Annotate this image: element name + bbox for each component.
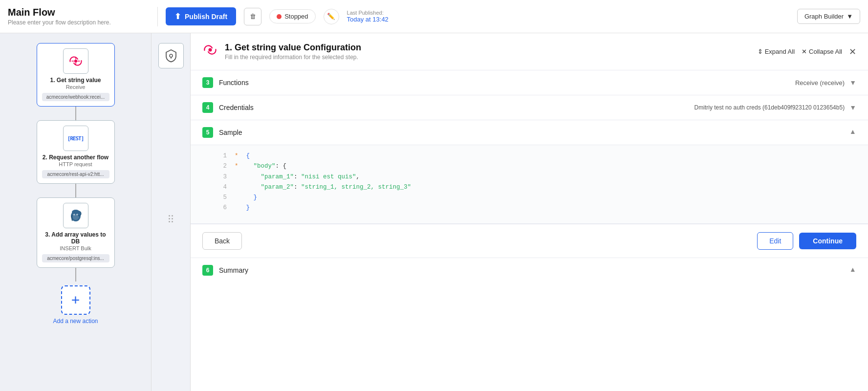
- connector-1: [75, 107, 76, 120]
- flow-title: Main Flow: [8, 7, 150, 18]
- svg-point-4: [72, 210, 80, 215]
- svg-point-11: [209, 48, 212, 52]
- line-code-5: }: [246, 193, 258, 203]
- status-label: Stopped: [284, 13, 308, 20]
- code-line-3: 3 * "param_1": "nisi est quis",: [220, 172, 856, 182]
- code-line-5: 5 * }: [220, 193, 856, 203]
- credentials-num: 4: [202, 102, 213, 113]
- flow-title-block: Main Flow Please enter your flow descrip…: [8, 7, 150, 26]
- shield-icon: [158, 43, 184, 68]
- line-code-6: }: [246, 203, 250, 213]
- credentials-label: Credentials: [219, 104, 694, 111]
- sample-chevron-icon: ▼: [849, 129, 856, 136]
- collapse-all-button[interactable]: ✕ Collapse All: [802, 48, 842, 55]
- add-action-area: + Add a new action: [53, 282, 98, 325]
- config-title: 1. Get string value Configuration: [225, 43, 751, 53]
- publish-draft-button[interactable]: ⬆ Publish Draft: [166, 7, 236, 25]
- last-published-block: Last Published: Today at 13:42: [347, 10, 389, 23]
- last-published-time: Today at 13:42: [347, 16, 389, 23]
- node-name-2: 2. Request another flow: [42, 154, 109, 161]
- node-icon-rest: [REST]: [63, 126, 88, 151]
- line-num-5: 5: [220, 193, 227, 203]
- sample-section-header[interactable]: 5 Sample ▼: [191, 120, 868, 145]
- functions-value: Receive (receive): [795, 79, 845, 87]
- functions-chevron-icon: ▼: [849, 79, 856, 87]
- collapse-x-icon: ✕: [802, 48, 807, 55]
- collapse-all-label: Collapse All: [809, 48, 842, 55]
- expand-all-button[interactable]: ⇕ Expand All: [758, 48, 795, 55]
- add-new-action-button[interactable]: +: [61, 285, 90, 315]
- plus-icon: +: [71, 293, 80, 307]
- flow-description: Please enter your flow description here.: [8, 19, 150, 26]
- summary-label: Summary: [219, 266, 849, 274]
- continue-button[interactable]: Continue: [799, 233, 856, 249]
- graph-builder-button[interactable]: Graph Builder ▼: [797, 9, 860, 24]
- functions-num: 3: [202, 77, 213, 88]
- line-num-1: 1: [220, 151, 227, 161]
- config-title-block: 1. Get string value Configuration Fill i…: [225, 43, 751, 61]
- summary-num: 6: [202, 265, 213, 276]
- credentials-value: Dmitriy test no auth creds (61deb409f923…: [694, 104, 845, 111]
- node-card-1[interactable]: 1. Get string value Receive acmecore/web…: [37, 43, 115, 107]
- config-subtitle: Fill in the required information for the…: [225, 54, 751, 61]
- connector-2: [75, 184, 76, 197]
- top-header: Main Flow Please enter your flow descrip…: [0, 0, 868, 33]
- edit-pencil-button[interactable]: ✏️: [324, 9, 339, 24]
- sample-section: 5 Sample ▼ 1 * { 2 * "body": {: [191, 120, 868, 224]
- summary-section-row[interactable]: 6 Summary ▼: [191, 258, 868, 282]
- code-line-2: 2 * "body": {: [220, 161, 856, 172]
- drag-handle: [169, 215, 173, 222]
- sample-label: Sample: [219, 129, 849, 136]
- back-button[interactable]: Back: [202, 232, 242, 250]
- node-card-2[interactable]: [REST] 2. Request another flow HTTP requ…: [37, 120, 115, 184]
- sections: 3 Functions Receive (receive) ▼ 4 Creden…: [191, 70, 868, 391]
- node-path-3: acmecore/postgresql:ins...: [42, 254, 109, 262]
- svg-point-9: [170, 54, 173, 57]
- credentials-section-row[interactable]: 4 Credentials Dmitriy test no auth creds…: [191, 95, 868, 120]
- code-line-4: 4 * "param_2": "string_1, string_2, stri…: [220, 182, 856, 193]
- add-action-label: Add a new action: [53, 318, 98, 325]
- chevron-down-icon: ▼: [846, 13, 853, 20]
- publish-draft-label: Publish Draft: [185, 13, 227, 21]
- line-modified-2: *: [235, 161, 239, 172]
- config-actions: ⇕ Expand All ✕ Collapse All ✕: [758, 46, 856, 57]
- main-layout: 1. Get string value Receive acmecore/web…: [0, 33, 868, 391]
- bottom-actions: Back Edit Continue: [191, 224, 868, 258]
- node-type-2: HTTP request: [42, 161, 109, 167]
- code-line-6: 6 * }: [220, 203, 856, 213]
- line-modified-1: *: [235, 151, 239, 161]
- line-num-2: 2: [220, 161, 227, 172]
- functions-section-row[interactable]: 3 Functions Receive (receive) ▼: [191, 70, 868, 95]
- node-path-1: acmecore/webhook:recei...: [42, 93, 109, 101]
- node-card-3[interactable]: 3. Add array values to DB INSERT Bulk ac…: [37, 197, 115, 268]
- line-code-3: "param_1": "nisi est quis",: [246, 172, 360, 182]
- line-code-4: "param_2": "string_1, string_2, string_3…: [246, 182, 412, 193]
- status-dot: [277, 14, 282, 19]
- connector-3: [75, 268, 76, 282]
- config-icon: [202, 42, 218, 61]
- right-panel: 1. Get string value Configuration Fill i…: [191, 33, 868, 391]
- delete-button[interactable]: 🗑: [244, 8, 261, 25]
- config-header: 1. Get string value Configuration Fill i…: [191, 33, 868, 70]
- line-num-6: 6: [220, 203, 227, 213]
- status-badge: Stopped: [269, 9, 315, 23]
- svg-point-0: [74, 60, 77, 63]
- flow-nodes: 1. Get string value Receive acmecore/web…: [0, 33, 151, 391]
- node-icon-postgres: [63, 203, 88, 228]
- node-icon-webhook: [63, 48, 88, 74]
- summary-chevron-icon: ▼: [849, 266, 856, 274]
- close-button[interactable]: ✕: [849, 46, 856, 57]
- node-type-1: Receive: [42, 84, 109, 90]
- svg-point-8: [77, 215, 77, 215]
- node-path-2: acmecore/rest-api-v2:htt...: [42, 170, 109, 178]
- line-code-1: {: [246, 151, 250, 161]
- upload-icon: ⬆: [174, 12, 181, 21]
- left-panel: 1. Get string value Receive acmecore/web…: [0, 33, 191, 391]
- sample-num: 5: [202, 127, 213, 138]
- node-name-3: 3. Add array values to DB: [42, 231, 109, 245]
- code-line-1: 1 * {: [220, 151, 856, 161]
- last-published-label: Last Published:: [347, 10, 389, 16]
- credentials-chevron-icon: ▼: [849, 104, 856, 111]
- expand-arrows-icon: ⇕: [758, 48, 763, 55]
- edit-button[interactable]: Edit: [757, 232, 793, 250]
